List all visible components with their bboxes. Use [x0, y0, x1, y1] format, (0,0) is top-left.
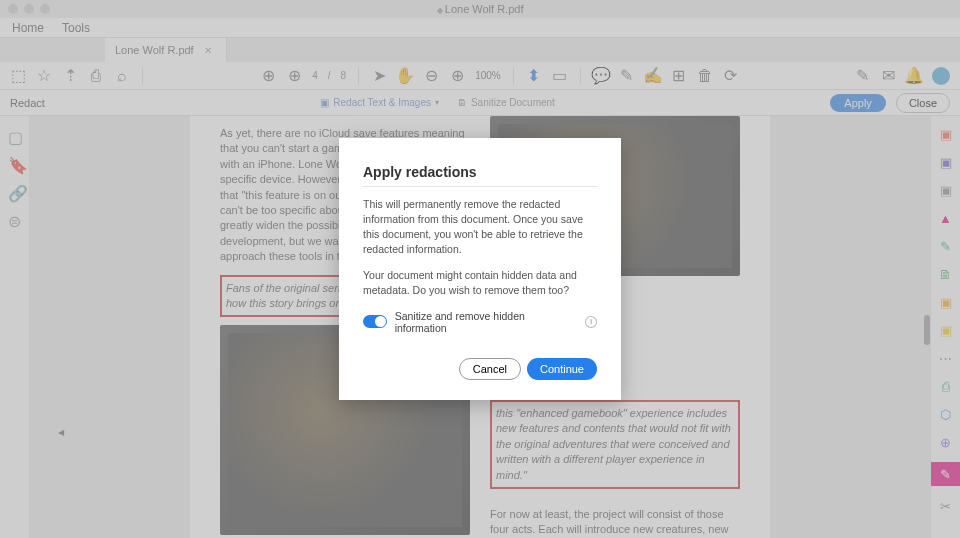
sanitize-toggle[interactable]: [363, 315, 387, 328]
dialog-body: This will permanently remove the redacte…: [363, 197, 597, 256]
continue-button[interactable]: Continue: [527, 358, 597, 380]
apply-redactions-dialog: Apply redactions This will permanently r…: [339, 138, 621, 399]
info-icon[interactable]: i: [585, 316, 597, 328]
toggle-label: Sanitize and remove hidden information: [395, 310, 577, 334]
dialog-title: Apply redactions: [363, 164, 597, 187]
dialog-body: Your document might contain hidden data …: [363, 268, 597, 297]
cancel-button[interactable]: Cancel: [459, 358, 521, 380]
modal-overlay: Apply redactions This will permanently r…: [0, 0, 960, 538]
